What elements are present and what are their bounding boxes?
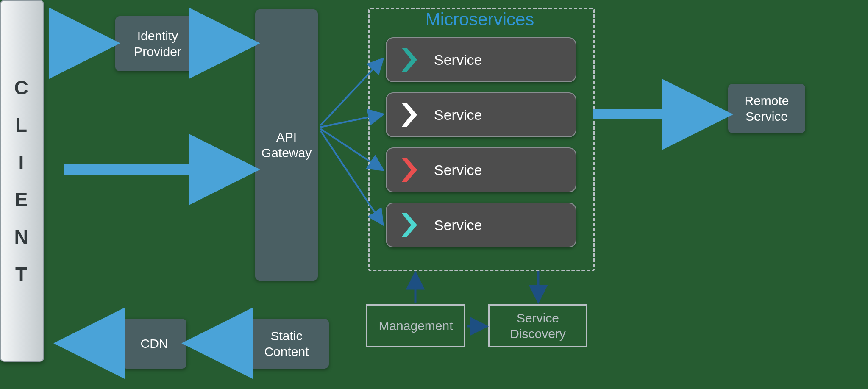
chevron-icon — [397, 212, 422, 238]
chevron-icon — [397, 157, 422, 183]
service-label: Service — [434, 217, 576, 233]
remote-service-box: RemoteService — [728, 84, 805, 133]
cdn-box: CDN — [122, 319, 186, 369]
service-label: Service — [434, 162, 576, 178]
service-discovery-box: ServiceDiscovery — [488, 304, 587, 347]
service-label: Service — [434, 107, 576, 123]
diagram-stage: CLIENT IdentityProvider APIGateway CDN S… — [0, 0, 868, 389]
service-discovery-label: ServiceDiscovery — [510, 310, 566, 342]
static-content-box: StaticContent — [244, 319, 329, 369]
identity-provider-label: IdentityProvider — [134, 28, 181, 60]
management-box: Management — [366, 304, 465, 347]
service-label: Service — [434, 52, 576, 68]
api-gateway-box: APIGateway — [255, 9, 318, 281]
cdn-label: CDN — [141, 336, 168, 352]
microservices-title: Microservices — [368, 9, 592, 30]
service-box-2: Service — [386, 92, 576, 137]
identity-provider-box: IdentityProvider — [115, 16, 200, 71]
service-box-3: Service — [386, 147, 576, 192]
chevron-icon — [397, 102, 422, 128]
service-box-1: Service — [386, 37, 576, 82]
chevron-icon — [397, 47, 422, 72]
client-box: CLIENT — [0, 0, 44, 362]
api-gateway-label: APIGateway — [262, 129, 312, 161]
service-box-4: Service — [386, 203, 576, 247]
remote-service-label: RemoteService — [744, 93, 789, 125]
management-label: Management — [378, 318, 453, 334]
static-content-label: StaticContent — [264, 328, 309, 360]
